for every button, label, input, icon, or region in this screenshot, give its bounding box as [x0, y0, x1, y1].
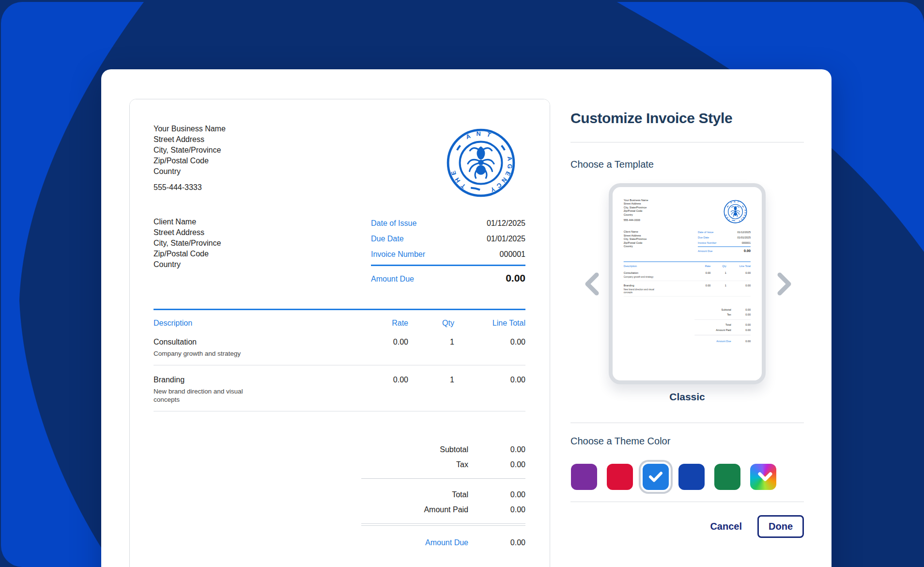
client-line: Zip/Postal Code: [624, 241, 647, 245]
invoice-preview-card: Your Business Name Street Address City, …: [129, 99, 550, 567]
business-address-line: Street Address: [624, 202, 648, 206]
theme-swatch-purple[interactable]: [571, 464, 597, 490]
template-thumbnail-classic[interactable]: Your Business Name Street Address City, …: [609, 183, 766, 384]
final-amount-due-row: Amount Due 0.00: [694, 339, 751, 344]
meta-value: 01/12/2025: [738, 230, 751, 235]
customize-invoice-modal: Your Business Name Street Address City, …: [101, 69, 832, 567]
meta-label: Invoice Number: [371, 247, 425, 262]
item-name: Branding: [154, 376, 185, 384]
total-row: Tax 0.00: [361, 457, 525, 472]
chevron-down-icon: [758, 472, 772, 482]
table-row: Consultation Company growth and strategy…: [624, 268, 751, 281]
item-qty: 1: [710, 271, 726, 278]
column-header: Description: [624, 265, 693, 268]
client-line: Zip/Postal Code: [154, 249, 221, 259]
ant-agency-logo: ANT AGENCY THE: [721, 197, 750, 226]
svg-text:ANT: ANT: [730, 201, 741, 204]
business-info: Your Business Name Street Address City, …: [154, 124, 226, 193]
client-line: Client Name: [624, 230, 647, 234]
previous-template-button[interactable]: [583, 271, 602, 297]
client-info: Client Name Street Address City, State/P…: [624, 230, 647, 249]
theme-swatch-red[interactable]: [607, 464, 633, 490]
meta-value: 000001: [500, 247, 525, 262]
meta-label: Due Date: [698, 235, 709, 240]
total-row: Tax 0.00: [694, 312, 751, 317]
item-total: 0.00: [726, 271, 751, 278]
meta-label: Invoice Number: [698, 240, 716, 246]
theme-swatch-royal-blue[interactable]: [678, 464, 705, 490]
cancel-button[interactable]: Cancel: [707, 520, 745, 533]
client-info: Client Name Street Address City, State/P…: [154, 217, 221, 270]
theme-swatch-green[interactable]: [714, 464, 740, 490]
modal-footer: Cancel Done: [707, 515, 804, 538]
meta-row: Due Date 01/01/2025: [698, 235, 751, 240]
meta-value: 01/01/2025: [738, 235, 751, 240]
item-total: 0.00: [726, 284, 751, 294]
invoice-meta: Date of Issue 01/12/2025 Due Date 01/01/…: [698, 230, 751, 253]
color-section-label: Choose a Theme Color: [570, 436, 670, 447]
column-header: Qty: [408, 319, 454, 328]
meta-divider: [698, 246, 751, 247]
client-line: Client Name: [154, 217, 221, 227]
svg-text:AGENCY: AGENCY: [738, 209, 747, 222]
business-name: Your Business Name: [154, 124, 226, 134]
theme-swatch-blue[interactable]: [643, 464, 669, 490]
ant-agency-logo: ANT AGENCY THE: [439, 121, 523, 205]
item-total: 0.00: [454, 376, 525, 404]
meta-label: Date of Issue: [371, 216, 416, 231]
item-qty: 1: [408, 376, 454, 404]
item-rate: 0.00: [355, 338, 408, 358]
chevron-right-icon: [774, 271, 794, 297]
item-description: Company growth and strategy: [624, 275, 659, 278]
svg-text:AGENCY: AGENCY: [487, 156, 513, 194]
next-template-button[interactable]: [774, 271, 794, 297]
totals-double-divider: [361, 523, 525, 526]
divider: [570, 502, 804, 502]
item-rate: 0.00: [355, 376, 408, 404]
total-row: Total 0.00: [361, 487, 525, 502]
business-address-line: Zip/Postal Code: [154, 156, 226, 166]
line-items-table: Description Rate Qty Line Total Consulta…: [624, 261, 751, 296]
final-amount-due-value: 0.00: [468, 535, 525, 550]
total-row: Total 0.00: [694, 322, 751, 328]
meta-row: Date of Issue 01/12/2025: [371, 216, 525, 231]
check-icon: [649, 472, 662, 482]
column-header: Line Total: [454, 319, 525, 328]
amount-due-value: 0.00: [744, 249, 751, 253]
item-rate: 0.00: [693, 271, 711, 278]
theme-swatch-custom-color[interactable]: [750, 464, 776, 490]
item-name: Consultation: [624, 271, 638, 274]
amount-due-label: Amount Due: [371, 275, 414, 284]
client-line: Country: [154, 259, 221, 270]
client-line: City, State/Province: [624, 237, 647, 241]
business-address-line: City, State/Province: [154, 145, 226, 156]
meta-divider: [371, 265, 525, 266]
business-name: Your Business Name: [624, 198, 648, 202]
invoice-document: Your Business Name Street Address City, …: [130, 99, 550, 567]
business-phone: 555-444-3333: [624, 218, 648, 222]
template-name: Classic: [609, 391, 766, 403]
item-total: 0.00: [454, 338, 525, 358]
invoice-document: Your Business Name Street Address City, …: [616, 190, 759, 382]
table-row: Branding New brand direction and visual …: [154, 365, 525, 411]
business-address-line: Street Address: [154, 134, 226, 145]
business-address-line: Country: [154, 166, 226, 177]
amount-due-row: Amount Due 0.00: [371, 272, 525, 284]
invoice-meta: Date of Issue 01/12/2025 Due Date 01/01/…: [371, 216, 525, 284]
item-qty: 1: [408, 338, 454, 358]
totals-section: Subtotal 0.00 Tax 0.00 Total 0.00 Amount…: [694, 307, 751, 344]
totals-section: Subtotal 0.00 Tax 0.00 Total 0.00 Amount…: [361, 442, 525, 550]
business-address-line: Country: [624, 213, 648, 217]
table-header-row: Description Rate Qty Line Total: [624, 262, 751, 268]
business-address-line: City, State/Province: [624, 205, 648, 209]
business-phone: 555-444-3333: [154, 182, 226, 193]
template-thumbnail-preview: Your Business Name Street Address City, …: [616, 190, 759, 382]
meta-row: Invoice Number 000001: [371, 247, 525, 262]
final-amount-due-label: Amount Due: [716, 339, 731, 344]
meta-value: 01/01/2025: [487, 231, 525, 247]
divider: [570, 142, 804, 142]
column-header: Line Total: [726, 265, 751, 268]
business-info: Your Business Name Street Address City, …: [624, 198, 648, 222]
done-button[interactable]: Done: [757, 515, 804, 538]
page-title: Customize Invoice Style: [570, 110, 732, 126]
